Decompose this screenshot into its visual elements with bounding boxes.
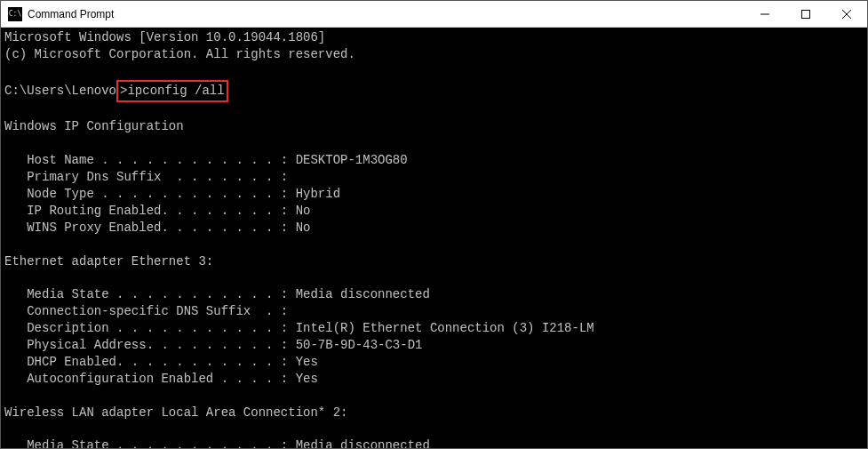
eth-autoconf-row: Autoconfiguration Enabled . . . . : Yes bbox=[4, 372, 318, 386]
window-controls bbox=[745, 1, 867, 27]
eth-conn-suffix-row: Connection-specific DNS Suffix . : bbox=[4, 304, 288, 318]
eth-media-state-row: Media State . . . . . . . . . . . : Medi… bbox=[4, 287, 430, 301]
section-ethernet-title: Ethernet adapter Ethernet 3: bbox=[4, 254, 213, 269]
eth-phys-addr-row: Physical Address. . . . . . . . . : 50-7… bbox=[4, 338, 422, 352]
minimize-button[interactable] bbox=[745, 1, 785, 27]
host-name-row: Host Name . . . . . . . . . . . . : DESK… bbox=[4, 153, 408, 167]
wlan-media-state-row: Media State . . . . . . . . . . . : Medi… bbox=[4, 438, 430, 448]
svg-rect-1 bbox=[802, 10, 810, 18]
command-prompt-window: C:\ Command Prompt Microsoft Windows [Ve… bbox=[0, 0, 868, 449]
ip-routing-row: IP Routing Enabled. . . . . . . . : No bbox=[4, 204, 310, 218]
command-highlight: >ipconfig /all bbox=[116, 80, 228, 102]
eth-dhcp-row: DHCP Enabled. . . . . . . . . . . : Yes bbox=[4, 355, 318, 369]
window-title: Command Prompt bbox=[28, 8, 745, 20]
eth-description-row: Description . . . . . . . . . . . : Inte… bbox=[4, 321, 594, 335]
cmd-icon: C:\ bbox=[8, 7, 22, 21]
wins-proxy-row: WINS Proxy Enabled. . . . . . . . : No bbox=[4, 220, 310, 235]
section-ip-config-title: Windows IP Configuration bbox=[4, 119, 184, 133]
titlebar[interactable]: C:\ Command Prompt bbox=[1, 1, 867, 28]
section-wlan-title: Wireless LAN adapter Local Area Connecti… bbox=[4, 405, 347, 420]
prompt-path: C:\Users\Lenovo bbox=[4, 84, 116, 98]
copyright-line: (c) Microsoft Corporation. All rights re… bbox=[4, 47, 355, 61]
version-line: Microsoft Windows [Version 10.0.19044.18… bbox=[4, 30, 325, 44]
primary-dns-row: Primary Dns Suffix . . . . . . . : bbox=[4, 170, 288, 184]
terminal-area[interactable]: Microsoft Windows [Version 10.0.19044.18… bbox=[1, 28, 867, 448]
maximize-button[interactable] bbox=[785, 1, 826, 27]
command-text: ipconfig /all bbox=[127, 84, 224, 98]
cmd-icon-glyph: C:\ bbox=[9, 10, 21, 18]
close-button[interactable] bbox=[826, 1, 867, 27]
node-type-row: Node Type . . . . . . . . . . . . : Hybr… bbox=[4, 187, 340, 201]
